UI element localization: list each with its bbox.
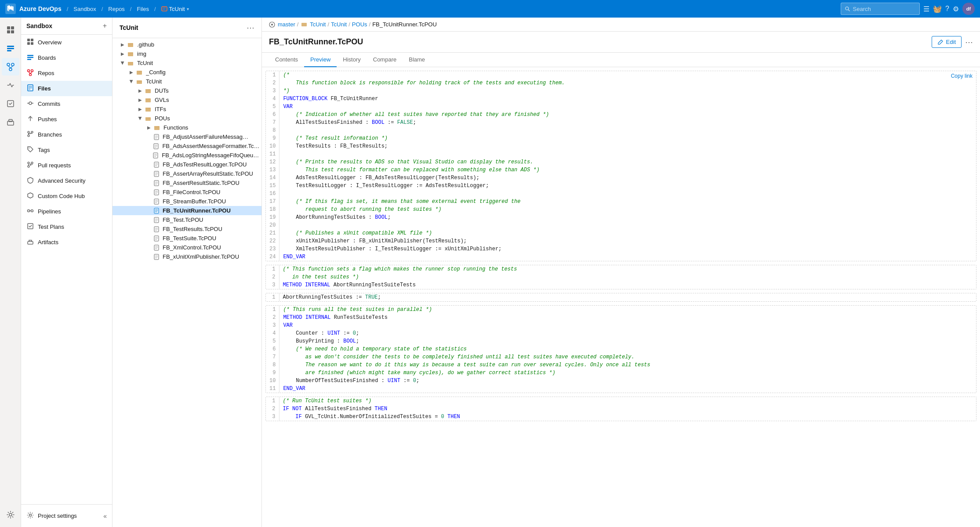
code-section-5: 1(* Run TcUnit test suites *) 2IF NOT Al…: [265, 397, 976, 421]
nav-item-pipelines[interactable]: Pipelines: [21, 204, 112, 219]
tree-item-fb-streambuffer[interactable]: FB_StreamBuffer.TcPOU: [113, 197, 261, 206]
tree-label: POUs: [155, 115, 170, 122]
user-settings-icon[interactable]: ⚙: [953, 5, 959, 13]
tab-history[interactable]: History: [337, 53, 367, 67]
tree-item-fb-filecontrol[interactable]: FB_FileControl.TcPOU: [113, 188, 261, 197]
tree-item-fb-testsuite[interactable]: FB_TestSuite.TcPOU: [113, 234, 261, 243]
nav-item-repos[interactable]: Repos: [21, 65, 112, 81]
nav-item-overview[interactable]: Overview: [21, 35, 112, 50]
nav-item-pushes[interactable]: Pushes: [21, 112, 112, 127]
table-row: 16: [266, 190, 976, 198]
chevron-icon: ▶: [137, 88, 143, 93]
breadcrumb-master[interactable]: master: [278, 21, 295, 28]
nav-item-tags[interactable]: Tags: [21, 142, 112, 158]
nav-item-artifacts[interactable]: Artifacts: [21, 235, 112, 250]
tree-item-fb-adsassert[interactable]: FB_AdsAssertMessageFormatter.TcPOU: [113, 141, 261, 151]
svg-rect-26: [27, 59, 31, 60]
tree-item-fb-xunitxml[interactable]: FB_xUnitXmlPublisher.TcPOU: [113, 252, 261, 261]
tree-item-fb-tcunitrunner[interactable]: FB_TcUnitRunner.TcPOU: [113, 206, 261, 215]
breadcrumb-tcunit1[interactable]: TcUnit: [310, 21, 326, 28]
tree-item-tcunit-nested[interactable]: ▶ TcUnit: [113, 77, 261, 86]
topbar-brand[interactable]: Azure DevOps: [19, 5, 62, 12]
tree-item-itfs[interactable]: ▶ ITFs: [113, 105, 261, 114]
nav-item-customcodehub[interactable]: Custom Code Hub: [21, 188, 112, 204]
nav-item-files[interactable]: Files: [21, 81, 112, 96]
table-row: 1(* This function sets a flag which make…: [266, 265, 976, 273]
tree-item-github[interactable]: ▶ .github: [113, 40, 261, 49]
search-box[interactable]: [841, 3, 920, 15]
file-more-button[interactable]: ⋯: [965, 37, 973, 47]
tab-blame[interactable]: Blame: [403, 53, 431, 67]
tree-item-functions[interactable]: ▶ Functions: [113, 123, 261, 132]
breadcrumb-pous[interactable]: POUs: [352, 21, 367, 28]
main-content: master / TcUnit / TcUnit / POUs / FB_TcU…: [262, 18, 980, 527]
svg-rect-63: [137, 71, 139, 72]
collapse-sidebar-icon[interactable]: «: [103, 513, 107, 520]
tree-item-fb-testresults[interactable]: FB_TestResults.TcPOU: [113, 224, 261, 234]
tab-compare[interactable]: Compare: [367, 53, 403, 67]
sidebar-icon-repos[interactable]: [2, 58, 19, 76]
folder-open-icon: [136, 79, 142, 85]
tree-item-gvls[interactable]: ▶ GVLs: [113, 95, 261, 105]
add-project-button[interactable]: +: [103, 22, 107, 30]
topbar-tcunit[interactable]: TcUnit ▾: [161, 6, 189, 12]
topbar-files[interactable]: Files: [137, 6, 149, 12]
folder-breadcrumb-icon: [301, 22, 307, 27]
table-row: 5VAR: [266, 103, 976, 111]
svg-rect-20: [27, 39, 30, 41]
notifications-icon[interactable]: ☰: [923, 5, 929, 13]
tree-item-fb-test[interactable]: FB_Test.TcPOU: [113, 215, 261, 224]
tree-item-fb-adstestresult[interactable]: FB_AdsTestResultLogger.TcPOU: [113, 160, 261, 169]
svg-rect-22: [27, 42, 30, 45]
file-icon: [154, 254, 159, 260]
tab-preview[interactable]: Preview: [304, 53, 337, 67]
nav-item-project-settings[interactable]: Project settings «: [21, 508, 112, 523]
nav-item-testplans[interactable]: Test Plans: [21, 219, 112, 235]
tab-contents[interactable]: Contents: [269, 53, 304, 67]
sidebar-icon-boards[interactable]: [2, 40, 19, 57]
tree-item-fb-assertresult[interactable]: FB_AssertResultStatic.TcPOU: [113, 178, 261, 188]
sidebar-icon-project-settings[interactable]: [2, 506, 19, 523]
code-section-2: 1(* This function sets a flag which make…: [265, 265, 976, 289]
search-input[interactable]: [853, 6, 916, 12]
breadcrumb-tcunit2[interactable]: TcUnit: [331, 21, 347, 28]
nav-item-advanced-security[interactable]: Advanced Security: [21, 173, 112, 188]
tree-item-fb-assertarray[interactable]: FB_AssertArrayResultStatic.TcPOU: [113, 169, 261, 178]
table-row: 11END_VAR: [266, 385, 976, 393]
topbar-repos[interactable]: Repos: [108, 6, 125, 12]
nav-item-boards[interactable]: Boards: [21, 50, 112, 65]
nav-label-boards: Boards: [38, 54, 107, 61]
svg-rect-69: [145, 98, 148, 99]
table-row: 12 (* Prints the results to ADS so that …: [266, 158, 976, 166]
tree-item-fb-xmlcontrol[interactable]: FB_XmlControl.TcPOU: [113, 243, 261, 252]
file-icon: [154, 162, 159, 168]
tree-item-pous[interactable]: ▶ POUs: [113, 114, 261, 123]
tree-item-duts[interactable]: ▶ DUTs: [113, 86, 261, 95]
topbar-sandbox[interactable]: Sandbox: [73, 6, 96, 12]
nav-item-branches[interactable]: Branches: [21, 127, 112, 142]
tree-item-fb-adjustassert[interactable]: FB_AdjustAssertFailureMessageToMax253C..…: [113, 132, 261, 141]
tree-item-tcunit-root[interactable]: ▶ TcUnit: [113, 58, 261, 68]
edit-button[interactable]: Edit: [932, 36, 962, 48]
sidebar-icon-testplans[interactable]: [2, 95, 19, 112]
copy-link-button[interactable]: Copy link: [951, 73, 973, 79]
explorer-menu-button[interactable]: ⋯: [247, 23, 254, 32]
code-area[interactable]: Copy link 1(* 2 This function block is r…: [262, 67, 980, 527]
table-row: 6 (* Indication of whether all test suit…: [266, 111, 976, 119]
tree-item-fb-adslog[interactable]: FB_AdsLogStringMessageFifoQueue.TcPOU: [113, 151, 261, 160]
tree-item-config[interactable]: ▶ _Config: [113, 68, 261, 77]
folder-icon: [145, 88, 151, 94]
nav-item-pullrequests[interactable]: Pull requests: [21, 158, 112, 173]
table-row: 10 TestResults : FB_TestResults;: [266, 142, 976, 150]
sidebar-icon-pipelines[interactable]: [2, 76, 19, 94]
tree-item-img[interactable]: ▶ img: [113, 49, 261, 58]
folder-icon: [127, 51, 134, 57]
tree-label: .github: [137, 41, 154, 48]
help-icon[interactable]: ?: [945, 5, 949, 13]
sidebar-icon-overview[interactable]: [2, 21, 19, 39]
sidebar-icon-artifacts[interactable]: [2, 113, 19, 131]
svg-point-44: [29, 148, 29, 148]
avatar[interactable]: df: [962, 3, 975, 15]
basket-icon[interactable]: 🧺: [933, 5, 942, 13]
nav-item-commits[interactable]: Commits: [21, 96, 112, 112]
